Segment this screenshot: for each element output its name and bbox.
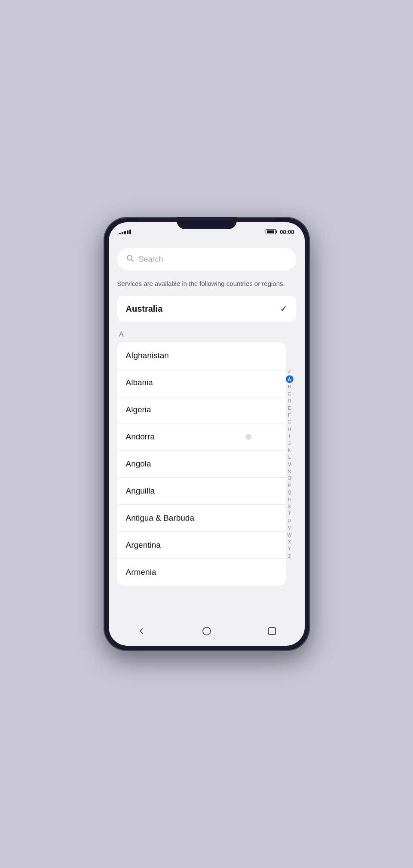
country-name: Afghanistan — [126, 351, 169, 360]
country-name: Armenia — [126, 567, 156, 577]
content-wrapper: Search Services are available in the fol… — [117, 248, 296, 586]
alpha-n[interactable]: N — [287, 468, 293, 475]
country-name: Andorra — [126, 432, 155, 441]
country-name: Anguilla — [126, 486, 155, 495]
alpha-y[interactable]: Y — [287, 546, 292, 552]
recent-button[interactable] — [261, 623, 283, 639]
alpha-u[interactable]: U — [287, 518, 293, 524]
battery-body — [266, 229, 276, 234]
alpha-z[interactable]: Z — [287, 553, 292, 559]
svg-point-2 — [203, 627, 211, 635]
content-area: Search Services are available in the fol… — [109, 241, 305, 620]
section-header-a: A — [117, 330, 296, 339]
battery-tip — [276, 230, 277, 233]
alpha-j[interactable]: J — [287, 440, 292, 446]
bottom-nav — [109, 620, 305, 646]
country-name: Albania — [126, 378, 153, 387]
list-item[interactable]: Andorra — [117, 423, 286, 451]
status-time: 08:08 — [280, 229, 294, 235]
alphabet-index: # A B C D E F G H I J K L M N — [286, 368, 294, 559]
list-item[interactable]: Argentina — [117, 532, 286, 559]
list-section: Afghanistan Albania Algeria Andorra — [117, 342, 296, 586]
battery-icon — [266, 229, 277, 234]
country-name: Algeria — [126, 405, 151, 414]
selected-country-name: Australia — [126, 304, 163, 314]
info-text: Services are available in the following … — [117, 279, 296, 288]
battery-fill — [267, 230, 274, 233]
alpha-p[interactable]: P — [287, 482, 292, 489]
alpha-e[interactable]: E — [287, 405, 292, 411]
alpha-w[interactable]: W — [286, 532, 293, 538]
signal-indicator — [119, 230, 131, 234]
list-item[interactable]: Algeria — [117, 396, 286, 423]
signal-bar-1 — [119, 233, 121, 234]
list-item[interactable]: Antigua & Barbuda — [117, 505, 286, 532]
selected-country-row[interactable]: Australia ✓ — [117, 296, 296, 322]
alpha-d[interactable]: D — [287, 398, 293, 404]
checkmark-icon: ✓ — [280, 304, 288, 314]
andorra-dot — [245, 434, 251, 440]
alpha-q[interactable]: Q — [286, 489, 293, 496]
status-right: 08:08 — [266, 229, 294, 235]
signal-bar-2 — [122, 232, 123, 234]
home-icon — [202, 626, 212, 636]
alpha-a[interactable]: A — [286, 375, 294, 383]
list-item[interactable]: Armenia — [117, 559, 286, 586]
alpha-k[interactable]: K — [287, 447, 292, 454]
country-list: Afghanistan Albania Algeria Andorra — [117, 342, 286, 586]
phone-frame: 08:08 Search Services are available — [104, 217, 310, 651]
alpha-o[interactable]: O — [286, 475, 293, 482]
list-item[interactable]: Albania — [117, 369, 286, 396]
recent-icon — [267, 626, 277, 636]
search-bar[interactable]: Search — [117, 248, 296, 270]
notch — [177, 217, 237, 229]
alpha-l[interactable]: L — [287, 454, 292, 460]
signal-bar-4 — [127, 230, 128, 234]
alpha-v[interactable]: V — [287, 524, 292, 531]
back-icon — [136, 626, 147, 636]
alpha-f[interactable]: F — [287, 412, 292, 418]
alpha-b[interactable]: B — [287, 383, 292, 390]
alpha-t[interactable]: T — [287, 510, 292, 517]
back-button[interactable] — [131, 623, 152, 639]
svg-line-1 — [132, 260, 134, 262]
alpha-m[interactable]: M — [286, 461, 293, 468]
svg-rect-3 — [269, 628, 275, 635]
alpha-i[interactable]: I — [288, 433, 291, 439]
home-button[interactable] — [196, 623, 217, 639]
alpha-s[interactable]: S — [287, 503, 292, 510]
alpha-x[interactable]: X — [287, 539, 292, 545]
alpha-g[interactable]: G — [286, 419, 293, 425]
country-name: Antigua & Barbuda — [126, 513, 195, 522]
phone-screen: 08:08 Search Services are available — [109, 222, 305, 646]
country-name: Angola — [126, 459, 151, 468]
alpha-r[interactable]: R — [287, 497, 293, 503]
list-item[interactable]: Afghanistan — [117, 342, 286, 369]
search-placeholder: Search — [139, 255, 163, 264]
svg-point-0 — [127, 255, 132, 260]
list-item[interactable]: Angola — [117, 451, 286, 478]
list-item[interactable]: Anguilla — [117, 478, 286, 505]
country-name: Argentina — [126, 540, 161, 549]
alpha-hash[interactable]: # — [287, 368, 292, 375]
signal-bar-5 — [129, 230, 131, 234]
signal-bar-3 — [124, 231, 126, 234]
search-icon — [126, 254, 135, 264]
alpha-h[interactable]: H — [287, 426, 293, 432]
alpha-c[interactable]: C — [287, 391, 293, 397]
